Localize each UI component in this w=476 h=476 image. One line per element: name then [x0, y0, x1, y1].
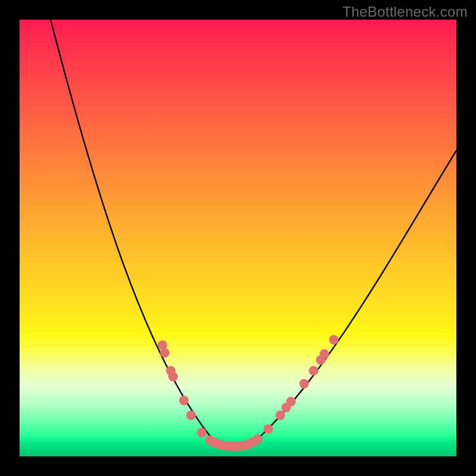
curve-dots-group	[158, 335, 339, 451]
curve-dot	[264, 424, 273, 434]
curve-dot	[253, 434, 262, 444]
curve-dot	[275, 411, 285, 420]
curve-dot	[286, 397, 296, 406]
chart-svg	[20, 20, 456, 456]
watermark-text: TheBottleneck.com	[342, 4, 468, 20]
curve-dot	[197, 428, 206, 437]
curve-dot	[299, 379, 309, 389]
outer-frame: TheBottleneck.com	[0, 0, 476, 476]
bottleneck-curve	[51, 20, 456, 447]
curve-dot	[309, 366, 318, 375]
curve-dot	[160, 348, 170, 358]
curve-dot	[186, 411, 196, 420]
curve-dot	[320, 349, 329, 359]
curve-dot	[168, 372, 178, 381]
curve-dot	[329, 335, 339, 345]
curve-dot	[179, 396, 189, 405]
